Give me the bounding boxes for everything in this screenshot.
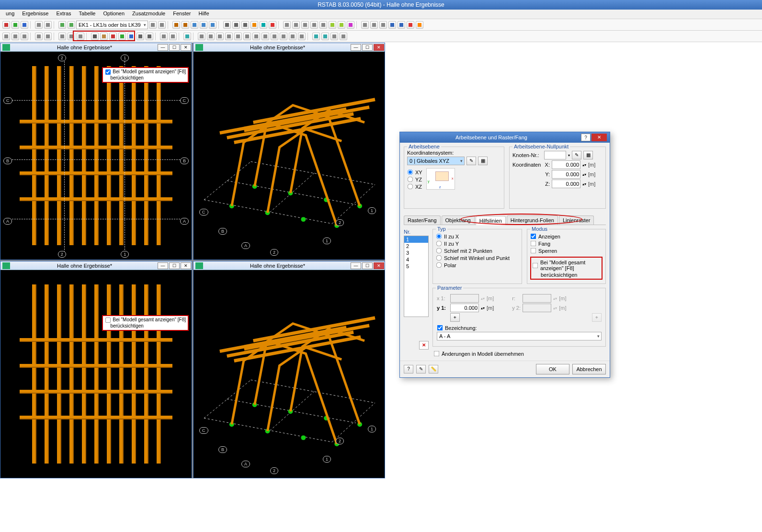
- tool-icon[interactable]: [289, 33, 296, 40]
- minimize-button[interactable]: —: [158, 262, 168, 269]
- view-z-icon[interactable]: [127, 33, 135, 40]
- tool-icon[interactable]: [149, 21, 157, 29]
- menu-item[interactable]: Optionen: [99, 10, 128, 19]
- tool-icon[interactable]: [183, 33, 191, 40]
- tool-icon[interactable]: [370, 21, 378, 29]
- tool-icon[interactable]: [269, 21, 276, 29]
- typ-radio[interactable]: [436, 248, 442, 254]
- tool-icon[interactable]: [35, 21, 43, 29]
- tool-icon[interactable]: [407, 21, 414, 29]
- view-canvas[interactable]: C B A 2 1 1 2: [193, 52, 385, 260]
- tool-icon[interactable]: [388, 21, 396, 29]
- minimize-button[interactable]: —: [351, 262, 361, 269]
- y1-field[interactable]: [450, 304, 479, 312]
- typ-radio[interactable]: [436, 262, 442, 268]
- tool-icon[interactable]: [298, 33, 306, 40]
- tool-icon[interactable]: [361, 21, 369, 29]
- tool-icon[interactable]: [232, 21, 240, 29]
- tool-icon[interactable]: [347, 21, 354, 29]
- maximize-button[interactable]: ☐: [362, 44, 373, 51]
- tool-icon[interactable]: [312, 33, 320, 40]
- tab-linienraster[interactable]: Linienraster: [559, 215, 594, 225]
- zoom-icon[interactable]: [58, 33, 66, 40]
- tool-icon[interactable]: [209, 21, 216, 29]
- tool-icon[interactable]: [11, 33, 19, 40]
- bez-check[interactable]: [437, 325, 443, 331]
- coord-x-field[interactable]: [552, 160, 580, 169]
- nodes-button[interactable]: ▦: [583, 151, 593, 159]
- list-item[interactable]: 2: [404, 243, 428, 249]
- view-y-icon[interactable]: [118, 33, 126, 40]
- tool-icon[interactable]: [11, 21, 19, 29]
- ok-button[interactable]: OK: [536, 364, 569, 374]
- tool-icon[interactable]: [2, 21, 10, 29]
- view-titlebar[interactable]: Halle ohne Ergebnisse* — ☐ ✕: [193, 261, 385, 270]
- close-button[interactable]: ✕: [374, 262, 384, 269]
- tool-icon[interactable]: [158, 21, 166, 29]
- tool-icon[interactable]: [338, 21, 345, 29]
- tool-icon[interactable]: [234, 33, 242, 40]
- view-x-icon[interactable]: [109, 33, 117, 40]
- view-canvas[interactable]: C B A 2 1 1 2: [193, 270, 385, 478]
- model-show-checkbox[interactable]: [105, 317, 111, 323]
- plane-xz-radio[interactable]: [408, 184, 413, 190]
- coord-y-field[interactable]: [552, 170, 580, 179]
- uebernehmen-check[interactable]: [434, 351, 440, 357]
- tool-icon[interactable]: [182, 21, 189, 29]
- plane-yz-radio[interactable]: [408, 177, 413, 182]
- view-tool-icon[interactable]: [100, 33, 108, 40]
- tool-icon[interactable]: [310, 21, 318, 29]
- close-button[interactable]: ✕: [591, 134, 607, 141]
- menu-item[interactable]: Zusatzmodule: [128, 10, 169, 19]
- knoten-field[interactable]: [544, 151, 566, 159]
- tool-icon[interactable]: [250, 21, 258, 29]
- view-titlebar[interactable]: Halle ohne Ergebnisse* — ☐ ✕: [0, 43, 192, 52]
- tool-icon[interactable]: [35, 33, 43, 40]
- tool-icon[interactable]: [169, 33, 177, 40]
- tool-icon[interactable]: [329, 21, 336, 29]
- modus-fang-check[interactable]: [531, 241, 536, 247]
- tool-icon[interactable]: [198, 33, 205, 40]
- menu-item[interactable]: Ergebnisse: [18, 10, 52, 19]
- tool-icon[interactable]: [321, 33, 329, 40]
- tool-icon[interactable]: [260, 21, 267, 29]
- edit-icon[interactable]: ✎: [416, 365, 426, 374]
- tool-icon[interactable]: [340, 33, 347, 40]
- view-titlebar[interactable]: Halle ohne Ergebnisse* — ☐ ✕: [0, 261, 192, 270]
- menu-item[interactable]: Hilfe: [195, 10, 213, 19]
- menu-item[interactable]: Fenster: [169, 10, 194, 19]
- close-button[interactable]: ✕: [181, 44, 191, 51]
- maximize-button[interactable]: ☐: [169, 44, 180, 51]
- help-icon[interactable]: ?: [404, 365, 413, 374]
- tool-icon[interactable]: [301, 21, 309, 29]
- typ-radio[interactable]: [436, 234, 442, 239]
- tool-icon[interactable]: [2, 33, 10, 40]
- view-canvas[interactable]: 2 1 C C B B A A 2 1 Bei "Modell gesamt a…: [0, 52, 192, 260]
- tool-icon[interactable]: [280, 33, 287, 40]
- zoom-icon[interactable]: [68, 33, 75, 40]
- tool-icon[interactable]: [225, 33, 233, 40]
- tool-icon[interactable]: [416, 21, 423, 29]
- pick-node-button[interactable]: ✎: [572, 151, 581, 159]
- minimize-button[interactable]: —: [351, 44, 361, 51]
- model-show-checkbox[interactable]: [105, 69, 111, 75]
- help-button[interactable]: ?: [581, 134, 591, 141]
- tool-icon[interactable]: [216, 33, 224, 40]
- menu-item[interactable]: Tabelle: [75, 10, 100, 19]
- tab-objektfang[interactable]: Objektfang: [442, 215, 475, 225]
- maximize-button[interactable]: ☐: [362, 262, 373, 269]
- close-button[interactable]: ✕: [181, 262, 191, 269]
- tool-icon[interactable]: [271, 33, 278, 40]
- koordsys-combo[interactable]: 0 | Globales XYZ: [407, 157, 465, 165]
- tool-icon[interactable]: [319, 21, 327, 29]
- modus-sperren-check[interactable]: [531, 248, 536, 254]
- tool-icon[interactable]: [292, 21, 300, 29]
- list-item[interactable]: 4: [404, 256, 428, 263]
- menu-item[interactable]: ung: [2, 10, 18, 19]
- list-item[interactable]: 5: [404, 263, 428, 270]
- modus-anzeigen-check[interactable]: [531, 234, 536, 239]
- typ-radio[interactable]: [436, 255, 442, 261]
- tool-icon[interactable]: [252, 33, 260, 40]
- zoom-icon[interactable]: [77, 33, 84, 40]
- menu-item[interactable]: Extras: [52, 10, 75, 19]
